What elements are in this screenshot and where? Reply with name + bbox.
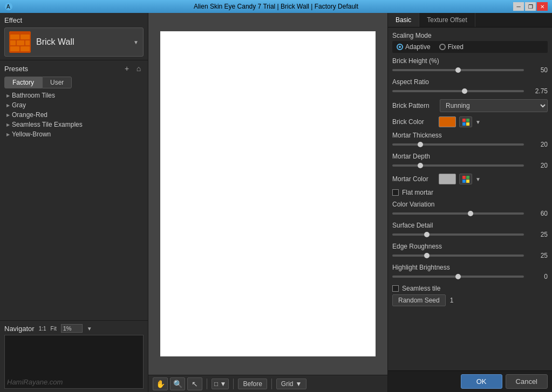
radio-adaptive[interactable]: Adaptive bbox=[397, 43, 431, 51]
right-tabs: Basic Texture Offset bbox=[388, 13, 552, 27]
grid-button[interactable]: Grid ▼ bbox=[276, 379, 307, 389]
cancel-button[interactable]: Cancel bbox=[506, 374, 548, 389]
action-row: OK Cancel bbox=[388, 370, 552, 392]
color-variation-slider[interactable] bbox=[392, 212, 524, 215]
grid-cell-blue bbox=[462, 122, 466, 126]
canvas-white bbox=[160, 31, 376, 357]
close-button[interactable]: ✕ bbox=[537, 2, 548, 11]
tab-basic[interactable]: Basic bbox=[388, 13, 419, 27]
radio-fixed[interactable]: Fixed bbox=[439, 43, 464, 51]
expand-arrow: ▶ bbox=[6, 93, 10, 98]
edge-roughness-group: Edge Roughness 25 bbox=[392, 243, 548, 259]
mortar-color-grid-button[interactable] bbox=[459, 174, 472, 184]
color-variation-slider-row: 60 bbox=[392, 210, 548, 217]
brick-color-dropdown-arrow[interactable]: ▼ bbox=[475, 119, 481, 125]
aspect-ratio-value: 2.75 bbox=[527, 87, 548, 95]
edge-roughness-slider[interactable] bbox=[392, 255, 524, 257]
grid-cell-r bbox=[462, 176, 466, 179]
app-icon: A bbox=[4, 2, 13, 11]
svg-rect-3 bbox=[10, 35, 19, 39]
pointer-tool-button[interactable]: ↖ bbox=[187, 377, 202, 390]
presets-title: Presets bbox=[4, 65, 28, 73]
before-button[interactable]: Before bbox=[238, 379, 267, 389]
flat-mortar-checkbox-row[interactable]: Flat mortar bbox=[392, 189, 548, 196]
list-item[interactable]: ▶ Seamless Tile Examples bbox=[4, 120, 144, 129]
preset-tabs: Factory User bbox=[4, 77, 144, 88]
view-mode-button[interactable]: □ ▼ bbox=[212, 379, 229, 389]
ok-button[interactable]: OK bbox=[461, 374, 502, 389]
preset-group-label: Seamless Tile Examples bbox=[12, 121, 83, 128]
flat-mortar-checkbox[interactable] bbox=[392, 189, 399, 196]
title-bar: A Alien Skin Eye Candy 7 Trial | Brick W… bbox=[0, 0, 552, 13]
nav-fit-button[interactable]: Fit bbox=[51, 326, 57, 332]
edge-roughness-value: 25 bbox=[527, 252, 548, 259]
brick-height-slider-row: 50 bbox=[392, 66, 548, 74]
scaling-mode-radio-group: Adaptive Fixed bbox=[392, 41, 548, 53]
list-item[interactable]: ▶ Bathroom Tiles bbox=[4, 91, 144, 100]
radio-adaptive-label: Adaptive bbox=[405, 43, 431, 51]
brick-color-swatch[interactable] bbox=[439, 116, 456, 127]
preset-group-label: Bathroom Tiles bbox=[12, 92, 55, 99]
mortar-color-label: Mortar Color bbox=[392, 175, 435, 183]
grid-cell-yellow bbox=[466, 122, 469, 126]
effect-dropdown-arrow[interactable]: ▼ bbox=[133, 39, 139, 45]
mortar-thickness-value: 20 bbox=[527, 141, 548, 148]
color-variation-value: 60 bbox=[527, 210, 548, 217]
add-preset-button[interactable]: + bbox=[122, 64, 132, 73]
tab-texture-offset[interactable]: Texture Offset bbox=[419, 13, 475, 27]
surface-detail-slider[interactable] bbox=[392, 233, 524, 236]
effect-section-title: Effect bbox=[4, 16, 144, 24]
radio-fixed-label: Fixed bbox=[448, 43, 464, 51]
nav-zoom-input[interactable] bbox=[61, 324, 83, 333]
brick-color-row: Brick Color ▼ bbox=[392, 116, 548, 127]
svg-text:A: A bbox=[6, 4, 10, 10]
toolbar-separator-2 bbox=[233, 379, 234, 389]
grid-arrow: ▼ bbox=[296, 380, 302, 388]
list-item[interactable]: ▶ Orange-Red bbox=[4, 110, 144, 120]
nav-1-1-button[interactable]: 1:1 bbox=[39, 326, 46, 332]
mortar-color-dropdown-arrow[interactable]: ▼ bbox=[475, 176, 481, 182]
home-preset-button[interactable]: ⌂ bbox=[134, 64, 144, 73]
zoom-tool-button[interactable]: 🔍 bbox=[170, 377, 185, 390]
brick-pattern-group: Brick Pattern Running Stacked Herringbon… bbox=[392, 99, 548, 112]
minimize-button[interactable]: ─ bbox=[513, 2, 524, 11]
aspect-ratio-group: Aspect Ratio 2.75 bbox=[392, 78, 548, 95]
effect-selector[interactable]: Brick Wall ▼ bbox=[4, 27, 144, 57]
brick-pattern-label: Brick Pattern bbox=[392, 102, 435, 109]
window-title: Alien Skin Eye Candy 7 Trial | Brick Wal… bbox=[194, 3, 358, 10]
window-controls: ─ ❐ ✕ bbox=[513, 2, 548, 11]
brick-pattern-select[interactable]: Running Stacked Herringbone bbox=[440, 99, 548, 112]
flat-mortar-group: Flat mortar bbox=[392, 189, 548, 196]
mortar-thickness-slider[interactable] bbox=[392, 143, 524, 146]
list-item[interactable]: ▶ Yellow-Brown bbox=[4, 129, 144, 139]
mortar-depth-slider[interactable] bbox=[392, 164, 524, 167]
watermark-text: HamiRayane.com bbox=[7, 378, 63, 386]
navigator-header: Navigator 1:1 Fit ▼ bbox=[4, 324, 144, 333]
presets-header: Presets + ⌂ bbox=[4, 64, 144, 73]
restore-button[interactable]: ❐ bbox=[525, 2, 536, 11]
nav-zoom-dropdown[interactable]: ▼ bbox=[87, 326, 92, 332]
preset-list: ▶ Bathroom Tiles ▶ Gray ▶ Orange-Red ▶ S… bbox=[4, 91, 144, 317]
brick-color-label: Brick Color bbox=[392, 118, 435, 126]
expand-arrow: ▶ bbox=[6, 122, 10, 127]
svg-rect-8 bbox=[10, 46, 19, 51]
mortar-color-swatch[interactable] bbox=[439, 174, 456, 184]
brick-color-grid-button[interactable] bbox=[459, 116, 472, 127]
aspect-ratio-slider[interactable] bbox=[392, 90, 524, 92]
brick-height-slider[interactable] bbox=[392, 69, 524, 71]
flat-mortar-label: Flat mortar bbox=[402, 189, 433, 196]
list-item[interactable]: ▶ Gray bbox=[4, 100, 144, 110]
tab-factory[interactable]: Factory bbox=[4, 77, 42, 88]
grid-label: Grid bbox=[281, 380, 294, 388]
expand-arrow: ▶ bbox=[6, 103, 10, 108]
hand-tool-button[interactable]: ✋ bbox=[153, 377, 168, 390]
tab-user[interactable]: User bbox=[42, 77, 72, 88]
canvas-content bbox=[148, 13, 387, 375]
highlight-brightness-value: 0 bbox=[527, 273, 548, 280]
color-variation-group: Color Variation 60 bbox=[392, 201, 548, 217]
seamless-tile-checkbox-row[interactable]: Seamless tile bbox=[392, 285, 440, 292]
highlight-brightness-slider[interactable] bbox=[392, 276, 524, 278]
seamless-tile-checkbox[interactable] bbox=[392, 285, 399, 292]
canvas-toolbar: ✋ 🔍 ↖ □ ▼ Before Grid ▼ bbox=[148, 375, 387, 392]
random-seed-button[interactable]: Random Seed bbox=[392, 294, 446, 306]
